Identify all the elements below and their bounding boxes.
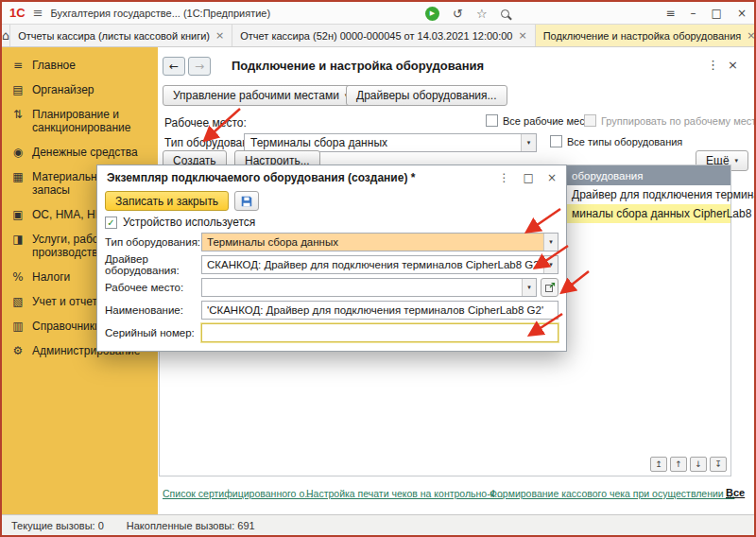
main-menu-icon[interactable]: ≡ xyxy=(33,6,43,20)
field-value: 'СКАНКОД: Драйвер для подключения термин… xyxy=(207,304,543,316)
tab-cashier-report-52n[interactable]: Отчет кассира (52н) 0000-000045 от 14.03… xyxy=(232,25,536,46)
services-icon: ◨ xyxy=(11,233,25,259)
tab-label: Подключение и настройка оборудования xyxy=(543,30,742,42)
tab-equipment-setup[interactable]: Подключение и настройка оборудования × xyxy=(536,25,756,46)
accumulated-calls: Накопленные вызовы: 691 xyxy=(127,520,255,531)
tab-bar: ⌂ Отчеты кассира (листы кассовой книги) … xyxy=(2,25,754,47)
go-bottom-button[interactable]: ↧ xyxy=(710,457,727,472)
checkbox-label: Все рабочие места xyxy=(503,115,595,127)
all-links-link[interactable]: Все xyxy=(726,487,745,498)
sidebar-item-label: Денежные средства xyxy=(32,146,138,159)
organizer-icon: ▤ xyxy=(11,83,25,96)
forward-button[interactable]: → xyxy=(188,57,211,76)
dialog-command-bar: Записать и закрыть xyxy=(97,189,566,213)
equipment-type-value: Терминалы сбора данных xyxy=(245,136,521,149)
save-button[interactable] xyxy=(234,191,259,211)
sidebar-item-label: Органайзер xyxy=(32,83,94,96)
field-value: Терминалы сбора данных xyxy=(207,236,338,248)
sidebar-item-main[interactable]: ≡ Главное xyxy=(2,53,158,78)
field-label: Наименование: xyxy=(105,304,201,316)
checkbox-label: Группировать по рабочему месту xyxy=(601,115,756,127)
tab-close-icon[interactable]: × xyxy=(518,29,526,42)
close-form-icon[interactable]: × xyxy=(728,58,738,72)
all-types-checkbox[interactable]: Все типы оборудования xyxy=(550,135,682,147)
sidebar-item-label: Планирование и санкционирование xyxy=(32,108,148,134)
page-up-button[interactable]: ↑ xyxy=(670,457,687,472)
all-workplaces-checkbox[interactable]: Все рабочие места xyxy=(486,114,595,127)
driver-field[interactable]: СКАНКОД: Драйвер для подключения термина… xyxy=(201,255,558,274)
receipt-forming-link[interactable]: Формирование кассового чека при осуществ… xyxy=(490,488,734,499)
dialog-title-bar: Экземпляр подключаемого оборудования (со… xyxy=(97,165,566,189)
checkbox-label: Все типы оборудования xyxy=(567,136,682,147)
sidebar-item-label: Налоги xyxy=(32,270,70,284)
back-button[interactable]: ← xyxy=(163,57,185,76)
play-icon[interactable]: ▶ xyxy=(425,7,439,21)
receipt-print-settings-link[interactable]: Настройка печати чеков на контрольно-к..… xyxy=(306,488,503,499)
minimize-button[interactable]: – xyxy=(691,7,696,20)
field-label: Серийный номер: xyxy=(105,327,201,338)
chevron-down-icon[interactable]: ▾ xyxy=(543,234,558,251)
menu-icon: ≡ xyxy=(11,59,25,72)
group-by-workplace-checkbox: Группировать по рабочему месту xyxy=(584,114,756,127)
certified-equipment-link[interactable]: Список сертифицированного о... xyxy=(163,488,313,499)
dialog-form: Тип оборудования: Терминалы сбора данных… xyxy=(97,231,566,344)
table-pagination: ↥ ↑ ↓ ↧ xyxy=(650,457,727,472)
planning-icon: ⇅ xyxy=(11,108,25,134)
more-menu-icon[interactable]: ⋮ xyxy=(707,58,719,72)
current-calls: Текущие вызовы: 0 xyxy=(11,520,104,531)
field-label: Драйвер оборудования: xyxy=(105,253,201,276)
assets-icon: ▣ xyxy=(11,208,25,221)
inventory-icon: ▦ xyxy=(11,170,25,197)
name-field[interactable]: 'СКАНКОД: Драйвер для подключения термин… xyxy=(201,301,558,320)
application-window: 1С ≡ Бухгалтерия государстве... (1С:Пред… xyxy=(0,0,756,537)
workplace-field[interactable]: ▾ xyxy=(201,278,537,297)
serial-number-field[interactable] xyxy=(201,323,558,342)
workplace-label: Рабочее место: xyxy=(164,116,247,130)
equipment-type-select[interactable]: Терминалы сбора данных ▾ xyxy=(244,133,537,152)
sidebar-item-label: Справочники xyxy=(32,320,101,333)
sidebar-item-money[interactable]: ◉ Денежные средства xyxy=(2,140,158,165)
search-icon[interactable] xyxy=(501,9,509,18)
chevron-down-icon[interactable]: ▾ xyxy=(543,256,558,273)
money-icon: ◉ xyxy=(11,146,25,159)
tab-label: Отчеты кассира (листы кассовой книги) xyxy=(18,30,210,42)
dialog-more-icon[interactable]: ⋮ xyxy=(499,171,510,184)
sidebar-item-organizer[interactable]: ▤ Органайзер xyxy=(2,78,158,102)
service-menu-icon[interactable]: ≡ xyxy=(666,7,676,20)
tab-close-icon[interactable]: × xyxy=(215,29,224,42)
home-tab[interactable]: ⌂ xyxy=(2,25,10,46)
button-label: Драйверы оборудования... xyxy=(356,89,497,102)
chevron-down-icon[interactable]: ▾ xyxy=(521,134,536,151)
tab-cashier-reports[interactable]: Отчеты кассира (листы кассовой книги) × xyxy=(10,25,232,46)
page-title: Подключение и настройка оборудования xyxy=(232,59,484,73)
save-icon xyxy=(240,195,253,208)
equipment-drivers-button[interactable]: Драйверы оборудования... xyxy=(346,85,507,106)
chevron-down-icon[interactable]: ▾ xyxy=(522,279,536,296)
open-workplace-button[interactable] xyxy=(541,278,558,297)
maximize-button[interactable]: □ xyxy=(712,7,722,20)
device-used-checkbox[interactable]: ✓ Устройство используется xyxy=(97,213,566,231)
dialog-close-icon[interactable]: × xyxy=(547,171,557,184)
save-and-close-button[interactable]: Записать и закрыть xyxy=(105,191,229,211)
close-button[interactable]: × xyxy=(737,7,747,20)
manage-workplaces-button[interactable]: Управление рабочими местами ▾ xyxy=(163,85,358,106)
title-bar: 1С ≡ Бухгалтерия государстве... (1С:Пред… xyxy=(2,2,754,25)
check-icon: ✓ xyxy=(107,217,114,228)
sidebar-item-planning[interactable]: ⇅ Планирование и санкционирование xyxy=(2,102,158,140)
history-icon[interactable]: ↺ xyxy=(453,7,463,21)
1c-logo: 1С xyxy=(9,6,26,20)
window-title: Бухгалтерия государстве... (1С:Предприят… xyxy=(51,8,271,19)
dialog-maximize-icon[interactable]: □ xyxy=(524,171,534,184)
tab-close-icon[interactable]: × xyxy=(747,29,755,42)
go-top-button[interactable]: ↥ xyxy=(650,457,667,472)
field-label: Тип оборудования: xyxy=(105,236,201,248)
page-down-button[interactable]: ↓ xyxy=(690,457,707,472)
favorites-star-icon[interactable]: ☆ xyxy=(476,7,488,21)
button-label: Управление рабочими местами xyxy=(173,89,339,102)
checkbox-box xyxy=(584,114,596,127)
accounting-icon: ▧ xyxy=(11,295,25,308)
field-label: Рабочее место: xyxy=(105,282,201,293)
checkbox-box xyxy=(486,114,498,127)
equipment-type-field[interactable]: Терминалы сбора данных ▾ xyxy=(201,233,558,251)
status-bar: Текущие вызовы: 0 Накопленные вызовы: 69… xyxy=(2,514,754,535)
